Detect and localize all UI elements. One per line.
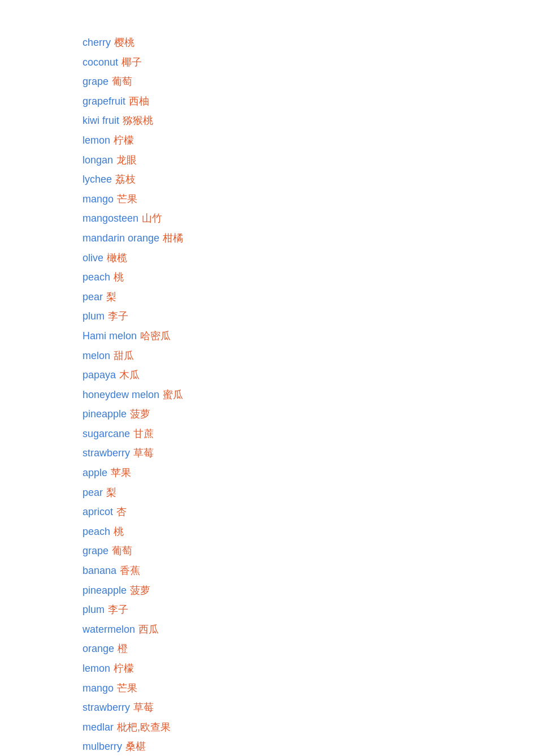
list-item: plum李子 [83, 308, 534, 325]
fruit-english: watermelon [83, 621, 135, 638]
list-item: kiwi fruit猕猴桃 [83, 112, 534, 129]
fruit-chinese: 菠萝 [130, 405, 150, 423]
fruit-english: peach [83, 523, 110, 541]
fruit-chinese: 樱桃 [114, 34, 134, 51]
fruit-english: mango [83, 191, 114, 208]
fruit-chinese: 猕猴桃 [123, 112, 153, 129]
list-item: mango芒果 [83, 191, 534, 208]
fruit-english: mango [83, 680, 114, 697]
list-item: olive橄榄 [83, 249, 534, 267]
fruit-chinese: 哈密瓜 [140, 327, 171, 345]
fruit-chinese: 草莓 [133, 699, 154, 716]
fruit-english: grape [83, 542, 108, 560]
list-item: apricot杏 [83, 503, 534, 521]
list-item: coconut椰子 [83, 54, 534, 71]
fruit-chinese: 西柚 [129, 93, 149, 110]
fruit-chinese: 西瓜 [138, 621, 159, 638]
fruit-list: cherry樱桃coconut椰子grape葡萄grapefruit西柚kiwi… [83, 34, 534, 756]
list-item: peach桃 [83, 269, 534, 286]
fruit-english: plum [83, 308, 105, 325]
fruit-english: melon [83, 347, 110, 365]
fruit-chinese: 李子 [108, 308, 128, 325]
fruit-english: lemon [83, 132, 110, 149]
fruit-english: lychee [83, 171, 112, 188]
list-item: apple苹果 [83, 464, 534, 482]
fruit-english: lemon [83, 660, 110, 677]
fruit-chinese: 李子 [108, 601, 128, 619]
list-item: pineapple菠萝 [83, 405, 534, 423]
list-item: orange橙 [83, 640, 534, 658]
fruit-english: peach [83, 269, 110, 286]
fruit-english: olive [83, 249, 103, 267]
list-item: grape葡萄 [83, 542, 534, 560]
fruit-english: cherry [83, 34, 111, 51]
fruit-english: mangosteen [83, 210, 138, 227]
fruit-chinese: 梨 [106, 484, 116, 502]
fruit-english: plum [83, 601, 105, 619]
fruit-chinese: 葡萄 [112, 542, 132, 560]
list-item: strawberry草莓 [83, 444, 534, 462]
list-item: melon甜瓜 [83, 347, 534, 365]
list-item: grape葡萄 [83, 73, 534, 90]
fruit-chinese: 柠檬 [114, 660, 134, 677]
fruit-english: strawberry [83, 444, 130, 462]
list-item: plum李子 [83, 601, 534, 619]
fruit-chinese: 枇杷,欧查果 [117, 719, 171, 736]
fruit-english: Hami melon [83, 327, 137, 345]
list-item: lemon柠檬 [83, 132, 534, 149]
list-item: mulberry桑椹 [83, 738, 534, 755]
fruit-english: mandarin orange [83, 230, 159, 247]
list-item: peach桃 [83, 523, 534, 541]
list-item: honeydew melon蜜瓜 [83, 386, 534, 404]
fruit-english: apple [83, 464, 107, 482]
list-item: banana香蕉 [83, 562, 534, 580]
list-item: mango芒果 [83, 680, 534, 697]
fruit-chinese: 杏 [116, 503, 127, 521]
fruit-chinese: 芒果 [117, 191, 137, 208]
fruit-chinese: 柠檬 [114, 132, 134, 149]
list-item: watermelon西瓜 [83, 621, 534, 638]
list-item: mangosteen山竹 [83, 210, 534, 227]
fruit-english: sugarcane [83, 425, 130, 443]
fruit-english: mulberry [83, 738, 122, 755]
fruit-english: medlar [83, 719, 114, 736]
fruit-chinese: 蜜瓜 [163, 386, 183, 404]
list-item: lemon柠檬 [83, 660, 534, 677]
fruit-english: coconut [83, 54, 118, 71]
fruit-english: orange [83, 640, 114, 658]
list-item: lychee荔枝 [83, 171, 534, 188]
fruit-chinese: 梨 [106, 288, 116, 306]
fruit-chinese: 龙眼 [116, 152, 137, 169]
list-item: cherry樱桃 [83, 34, 534, 51]
fruit-chinese: 荔枝 [115, 171, 136, 188]
list-item: strawberry草莓 [83, 699, 534, 716]
fruit-english: strawberry [83, 699, 130, 716]
list-item: mandarin orange柑橘 [83, 230, 534, 247]
list-item: pineapple菠萝 [83, 582, 534, 599]
fruit-english: longan [83, 152, 113, 169]
list-item: Hami melon哈密瓜 [83, 327, 534, 345]
fruit-chinese: 甘蔗 [133, 425, 154, 443]
fruit-english: honeydew melon [83, 386, 159, 404]
fruit-chinese: 葡萄 [112, 73, 132, 90]
fruit-chinese: 桃 [114, 269, 124, 286]
list-item: papaya木瓜 [83, 366, 534, 384]
fruit-chinese: 甜瓜 [114, 347, 134, 365]
list-item: medlar枇杷,欧查果 [83, 719, 534, 736]
fruit-english: kiwi fruit [83, 112, 119, 129]
fruit-chinese: 柑橘 [163, 230, 183, 247]
fruit-chinese: 香蕉 [120, 562, 140, 580]
fruit-english: grape [83, 73, 108, 90]
list-item: pear梨 [83, 288, 534, 306]
fruit-english: pineapple [83, 582, 127, 599]
fruit-chinese: 苹果 [111, 464, 131, 482]
fruit-chinese: 木瓜 [119, 366, 140, 384]
fruit-chinese: 山竹 [142, 210, 162, 227]
fruit-english: pineapple [83, 405, 127, 423]
list-item: sugarcane甘蔗 [83, 425, 534, 443]
fruit-chinese: 橄榄 [107, 249, 127, 267]
fruit-english: pear [83, 484, 103, 502]
list-item: grapefruit西柚 [83, 93, 534, 110]
fruit-chinese: 菠萝 [130, 582, 150, 599]
fruit-chinese: 桃 [114, 523, 124, 541]
